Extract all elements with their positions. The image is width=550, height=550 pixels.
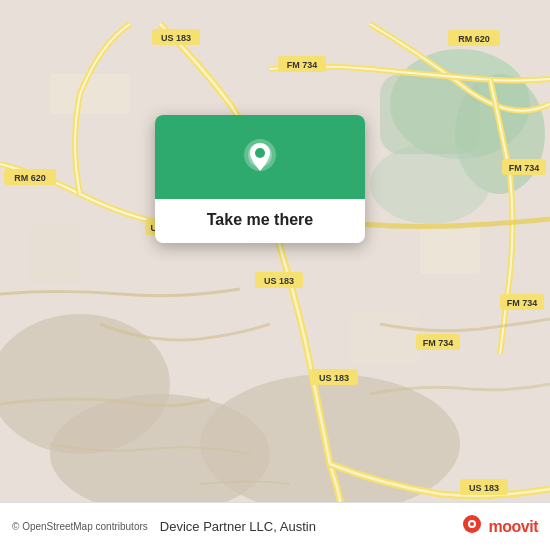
svg-rect-9	[420, 224, 480, 274]
svg-point-39	[470, 522, 474, 526]
map-svg: RM 620 RM 620 US 183 FM 734 FM 734 FM 73…	[0, 0, 550, 550]
bottom-bar: © OpenStreetMap contributors Device Part…	[0, 502, 550, 550]
svg-point-6	[370, 144, 490, 224]
attribution-text: © OpenStreetMap contributors	[12, 521, 148, 532]
svg-text:RM 620: RM 620	[14, 173, 46, 183]
svg-text:FM 734: FM 734	[423, 338, 454, 348]
svg-text:US 183: US 183	[264, 276, 294, 286]
popup-card[interactable]: Take me there	[155, 115, 365, 243]
svg-text:FM 734: FM 734	[509, 163, 540, 173]
svg-text:US 183: US 183	[319, 373, 349, 383]
take-me-there-button[interactable]: Take me there	[207, 211, 313, 228]
svg-text:RM 620: RM 620	[458, 34, 490, 44]
moovit-brand-icon	[459, 514, 485, 540]
location-label: Device Partner LLC, Austin	[160, 519, 459, 534]
moovit-logo[interactable]: moovit	[459, 514, 538, 540]
svg-rect-10	[30, 224, 80, 284]
moovit-text: moovit	[489, 518, 538, 536]
svg-rect-11	[350, 314, 420, 364]
svg-text:FM 734: FM 734	[507, 298, 538, 308]
svg-text:FM 734: FM 734	[287, 60, 318, 70]
popup-text-section: Take me there	[191, 199, 329, 243]
popup-header	[155, 115, 365, 199]
svg-text:US 183: US 183	[469, 483, 499, 493]
svg-rect-8	[50, 74, 130, 114]
location-pin-icon	[238, 137, 282, 181]
svg-text:US 183: US 183	[161, 33, 191, 43]
svg-point-36	[255, 148, 265, 158]
map-container[interactable]: RM 620 RM 620 US 183 FM 734 FM 734 FM 73…	[0, 0, 550, 550]
